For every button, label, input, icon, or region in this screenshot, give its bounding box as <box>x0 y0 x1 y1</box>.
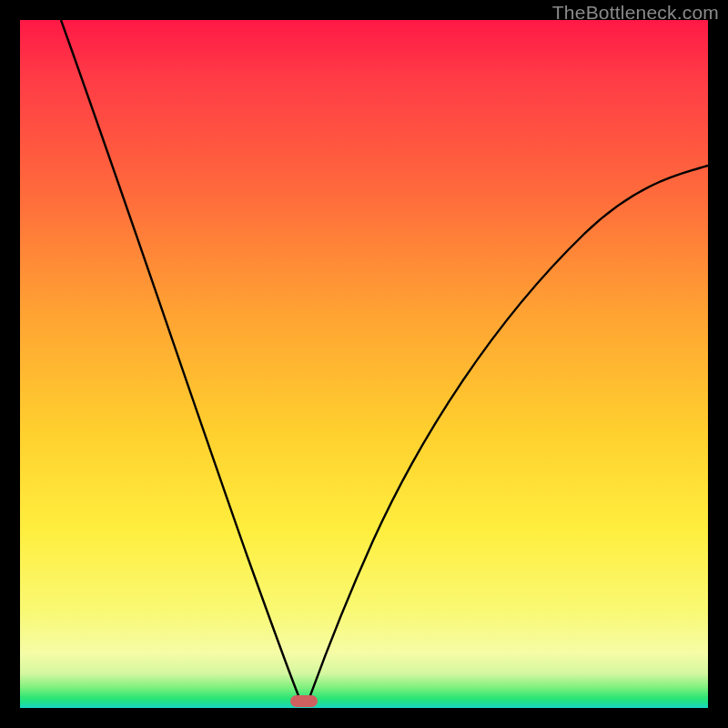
curve-right-branch <box>309 166 708 698</box>
plot-area <box>20 20 708 708</box>
curve-left-branch <box>61 20 299 698</box>
bottleneck-marker <box>290 695 318 707</box>
bottleneck-curve <box>20 20 708 708</box>
chart-frame: TheBottleneck.com <box>0 0 728 728</box>
